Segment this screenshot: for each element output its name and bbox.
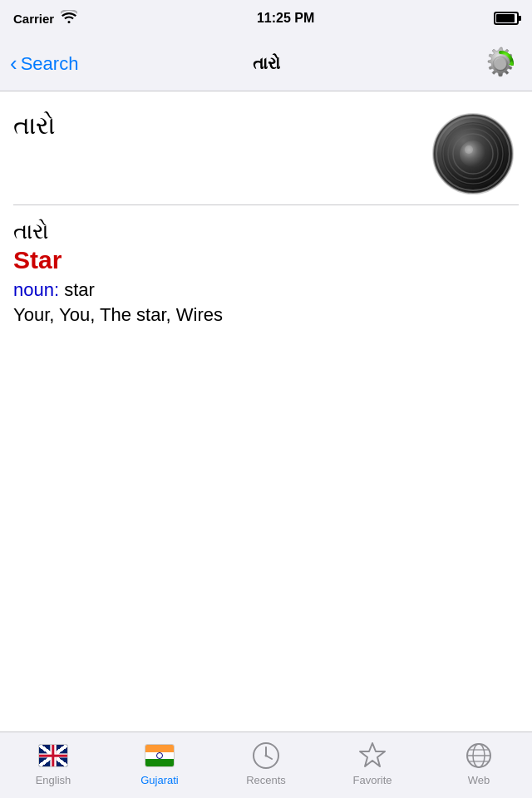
tab-english-label: English bbox=[36, 774, 71, 786]
battery-icon bbox=[494, 12, 519, 25]
status-right bbox=[494, 12, 519, 25]
status-time: 11:25 PM bbox=[257, 11, 314, 26]
clock-icon bbox=[251, 741, 281, 771]
main-content: તારો bbox=[0, 91, 532, 732]
tab-favorite[interactable]: Favorite bbox=[319, 732, 426, 798]
tab-recents-icon bbox=[251, 741, 281, 771]
status-left: Carrier bbox=[13, 10, 77, 27]
tab-web[interactable]: Web bbox=[426, 732, 532, 798]
tab-recents[interactable]: Recents bbox=[213, 732, 319, 798]
tab-recents-label: Recents bbox=[246, 774, 286, 786]
gear-icon bbox=[480, 44, 520, 84]
status-bar: Carrier 11:25 PM bbox=[0, 0, 532, 37]
tab-gujarati-icon bbox=[145, 741, 175, 771]
back-label: Search bbox=[21, 53, 79, 75]
tab-gujarati-label: Gujarati bbox=[140, 774, 179, 786]
pos-value: star bbox=[59, 279, 95, 300]
nav-title: તારો bbox=[253, 54, 280, 73]
tab-english[interactable]: English bbox=[0, 732, 106, 798]
back-button[interactable]: ‹ Search bbox=[10, 53, 110, 75]
entry-gujarati: તારો bbox=[13, 219, 519, 244]
speaker-button[interactable] bbox=[427, 108, 519, 200]
entry-pos: noun: star bbox=[13, 279, 519, 301]
tab-web-label: Web bbox=[468, 774, 490, 786]
word-entry-block: તારો Star noun: star Your, You, The star… bbox=[0, 219, 532, 326]
tab-gujarati[interactable]: Gujarati bbox=[106, 732, 213, 798]
tab-english-icon bbox=[38, 741, 68, 771]
svg-point-10 bbox=[460, 140, 486, 167]
wifi-icon bbox=[61, 10, 77, 27]
star-icon bbox=[357, 741, 387, 771]
svg-marker-18 bbox=[360, 743, 385, 766]
svg-point-1 bbox=[495, 58, 506, 70]
tab-web-icon bbox=[464, 741, 494, 771]
uk-flag-icon bbox=[38, 744, 68, 767]
globe-icon bbox=[464, 741, 494, 771]
divider bbox=[13, 204, 519, 205]
ashoka-chakra bbox=[156, 752, 163, 759]
nav-bar: ‹ Search તારો bbox=[0, 37, 532, 91]
settings-button[interactable] bbox=[479, 42, 522, 86]
svg-point-17 bbox=[265, 755, 268, 757]
india-flag-icon bbox=[145, 744, 175, 767]
pos-label: noun: bbox=[13, 279, 59, 300]
back-chevron-icon: ‹ bbox=[10, 52, 17, 74]
tab-favorite-label: Favorite bbox=[353, 774, 392, 786]
battery-fill bbox=[496, 14, 515, 22]
tab-favorite-icon bbox=[357, 741, 387, 771]
carrier-label: Carrier bbox=[13, 12, 54, 26]
tab-bar: English Gujarati Recents bbox=[0, 732, 532, 798]
svg-point-11 bbox=[465, 145, 473, 154]
entry-synonyms: Your, You, The star, Wires bbox=[13, 304, 519, 326]
word-header-row: તારો bbox=[0, 91, 532, 200]
headword-gujarati: તારો bbox=[13, 108, 427, 140]
entry-english: Star bbox=[13, 246, 519, 274]
